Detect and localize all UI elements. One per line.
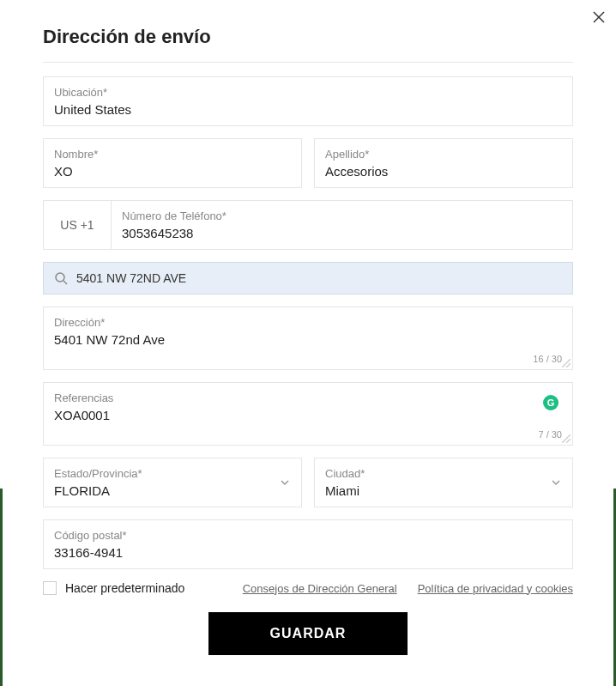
city-label: Ciudad* — [325, 467, 562, 480]
chevron-down-icon — [550, 477, 562, 489]
address-tips-link[interactable]: Consejos de Dirección General — [243, 582, 397, 595]
last-name-field[interactable]: Apellido* Accesorios — [314, 138, 573, 188]
close-button[interactable] — [590, 9, 607, 26]
last-name-label: Apellido* — [325, 148, 562, 161]
references-char-counter: 7 / 30 — [54, 429, 562, 440]
postal-field[interactable]: Código postal* 33166-4941 — [43, 519, 573, 569]
address-label: Dirección* — [54, 316, 562, 329]
location-value: United States — [54, 102, 562, 117]
save-button[interactable]: GUARDAR — [208, 612, 408, 655]
location-field[interactable]: Ubicación* United States — [43, 76, 573, 126]
phone-value: 3053645238 — [122, 226, 562, 240]
first-name-value: XO — [54, 164, 291, 179]
city-dropdown[interactable]: Ciudad* Miami — [314, 458, 573, 507]
phone-label: Número de Teléfono* — [122, 209, 562, 222]
references-label: Referencias — [54, 392, 562, 404]
phone-prefix-value: US +1 — [60, 218, 94, 232]
chevron-down-icon — [279, 477, 291, 489]
state-dropdown[interactable]: Estado/Provincia* FLORIDA — [43, 458, 302, 507]
city-value: Miami — [325, 483, 562, 498]
address-search-field[interactable]: 5401 NW 72ND AVE — [43, 262, 573, 294]
first-name-field[interactable]: Nombre* XO — [43, 138, 302, 188]
state-label: Estado/Provincia* — [54, 467, 291, 480]
svg-line-4 — [562, 359, 571, 367]
first-name-label: Nombre* — [54, 148, 291, 161]
svg-line-7 — [566, 439, 571, 443]
search-value: 5401 NW 72ND AVE — [76, 271, 186, 285]
svg-line-3 — [63, 281, 67, 284]
references-field[interactable]: Referencias XOA0001 G 7 / 30 — [43, 382, 573, 446]
default-checkbox[interactable] — [43, 581, 57, 595]
postal-value: 33166-4941 — [54, 545, 562, 560]
search-icon — [54, 271, 68, 285]
references-value: XOA0001 — [54, 408, 562, 422]
svg-line-5 — [566, 363, 571, 367]
address-char-counter: 16 / 30 — [54, 354, 562, 364]
last-name-value: Accesorios — [325, 164, 562, 179]
postal-label: Código postal* — [54, 529, 562, 542]
svg-point-2 — [56, 273, 64, 282]
resize-handle-icon[interactable] — [562, 359, 571, 367]
side-accent-left — [0, 489, 3, 686]
address-value: 5401 NW 72nd Ave — [54, 332, 562, 347]
state-value: FLORIDA — [54, 483, 291, 498]
page-title: Dirección de envío — [43, 26, 573, 63]
resize-handle-icon[interactable] — [562, 434, 571, 443]
close-icon — [592, 10, 606, 24]
default-checkbox-label: Hacer predeterminado — [65, 581, 184, 595]
phone-field[interactable]: Número de Teléfono* 3053645238 — [112, 200, 573, 250]
address-field[interactable]: Dirección* 5401 NW 72nd Ave 16 / 30 — [43, 307, 573, 370]
phone-prefix[interactable]: US +1 — [43, 200, 112, 250]
grammarly-icon[interactable]: G — [543, 395, 559, 410]
location-label: Ubicación* — [54, 86, 562, 99]
privacy-link[interactable]: Política de privacidad y cookies — [418, 582, 573, 595]
svg-line-6 — [562, 434, 571, 443]
